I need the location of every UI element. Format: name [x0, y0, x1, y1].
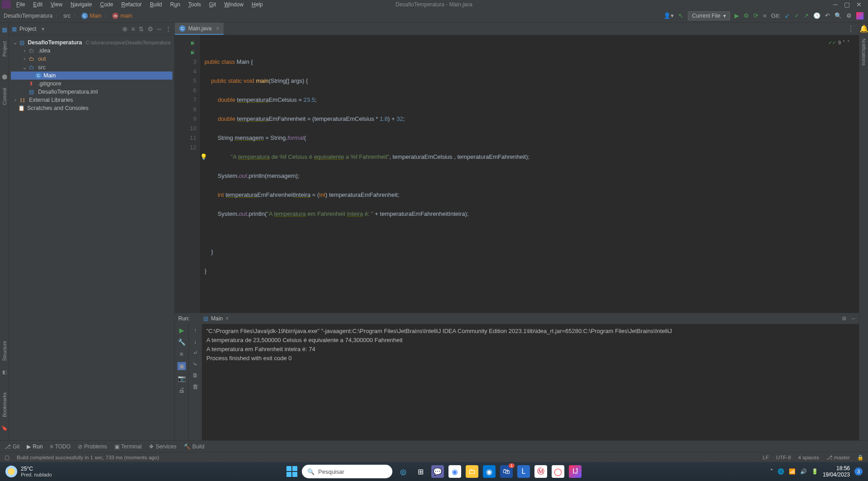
menu-navigate[interactable]: Navigate — [71, 1, 92, 8]
menu-tools[interactable]: Tools — [188, 1, 201, 8]
tray-chevron-icon[interactable]: ˄ — [770, 468, 773, 475]
collapse-all-icon[interactable]: ⇅ — [138, 25, 144, 33]
intention-bulb-icon[interactable]: 💡 — [200, 152, 207, 162]
close-icon[interactable]: × — [225, 315, 229, 322]
search-icon[interactable]: 🔍 — [835, 12, 842, 19]
editor-tab-main[interactable]: C Main.java × — [175, 23, 224, 35]
rerun-icon[interactable]: ▶ — [179, 327, 184, 334]
tree-out[interactable]: › 🗀 out — [11, 55, 172, 63]
tree-iml[interactable]: ▤ DesafioTemperatura.iml — [11, 88, 172, 96]
tool-icon[interactable]: 🔧 — [178, 338, 186, 346]
run-config-dropdown[interactable]: Current File ▾ — [688, 11, 730, 20]
tree-scratches[interactable]: 📋 Scratches and Consoles — [11, 104, 172, 112]
git-pull-icon[interactable]: ↙ — [785, 12, 790, 19]
taskbar-chat[interactable]: 💬 — [431, 465, 444, 478]
menu-help[interactable]: Help — [252, 1, 263, 8]
run-output[interactable]: "C:\Program Files\Java\jdk-19\bin\java.e… — [202, 324, 859, 440]
menu-run[interactable]: Run — [170, 1, 180, 8]
status-branch[interactable]: ⎇ master — [826, 454, 850, 461]
tree-gitignore[interactable]: ⬍ .gitignore — [11, 80, 172, 88]
structure-stripe-label[interactable]: Structure — [2, 341, 7, 361]
camera-icon[interactable]: 📷 — [178, 375, 186, 382]
stop-button[interactable]: ■ — [763, 12, 767, 19]
run-tab-main[interactable]: ▤ Main × — [203, 315, 229, 322]
menu-build[interactable]: Build — [150, 1, 162, 8]
menu-edit[interactable]: Edit — [33, 1, 43, 8]
softwrap-icon[interactable]: ⤷ — [193, 361, 198, 367]
crumb-src[interactable]: src — [63, 13, 71, 19]
taskbar-taskview[interactable]: ⊞ — [414, 465, 427, 478]
settings-icon[interactable]: ⚙ — [846, 12, 852, 19]
btab-todo[interactable]: ≡TODO — [50, 443, 70, 450]
commit-stripe-label[interactable]: Commit — [2, 88, 7, 105]
gear-icon[interactable]: ⚙ — [148, 25, 153, 33]
menu-code[interactable]: Code — [100, 1, 113, 8]
select-opened-icon[interactable]: ⊕ — [122, 25, 128, 33]
layout-icon[interactable]: ▣ — [177, 362, 186, 370]
debug-button[interactable]: ⚙ — [744, 12, 749, 19]
status-icon[interactable]: ▢ — [5, 454, 10, 461]
stop-icon[interactable]: ■ — [180, 350, 183, 357]
btab-terminal[interactable]: ▣Terminal — [114, 443, 142, 450]
tray-battery-icon[interactable]: 🔋 — [811, 468, 818, 475]
dock-icon[interactable]: ⋮ — [165, 25, 172, 33]
gutter-run-icon[interactable]: ▶ — [191, 38, 195, 48]
code-editor[interactable]: 1 ▶ 2 ▶ 3456789101112 ✓✓ 9 ˄ ˅ public cl… — [175, 35, 859, 313]
status-indent[interactable]: 4 spaces — [798, 455, 819, 460]
bookmarks-stripe-icon[interactable]: 🔖 — [1, 425, 8, 431]
tree-src[interactable]: ⌄ 🗀 src — [11, 63, 172, 71]
taskbar-intellij[interactable]: IJ — [569, 465, 582, 478]
notifications-stripe-label[interactable]: Notifications — [861, 38, 867, 66]
project-stripe-label[interactable]: Project — [2, 41, 7, 57]
status-lf[interactable]: LF — [763, 455, 769, 460]
project-stripe-icon[interactable]: ▦ — [2, 26, 7, 33]
maximize-icon[interactable]: ▢ — [844, 1, 850, 8]
git-commit-icon[interactable]: ✓ — [794, 12, 799, 19]
structure-stripe-icon[interactable]: ◧ — [2, 369, 7, 375]
lock-icon[interactable]: 🔒 — [857, 454, 863, 461]
taskbar-mcafee[interactable]: Ⓜ — [534, 465, 547, 478]
tree-main[interactable]: C Main — [11, 71, 172, 80]
run-button[interactable]: ▶ — [734, 12, 739, 19]
back-icon[interactable]: ↖ — [678, 12, 683, 19]
commit-stripe-icon[interactable]: ⬤ — [2, 74, 7, 80]
tray-volume-icon[interactable]: 🔊 — [800, 468, 807, 475]
tree-root[interactable]: ⌄ ▤ DesafioTemperatura C:\aluracursojava… — [11, 38, 172, 47]
intellij-icon[interactable] — [856, 12, 863, 19]
taskbar-weather[interactable]: 25°C Pred. nublado — [0, 466, 52, 477]
taskbar-edge[interactable]: ◉ — [483, 465, 496, 478]
taskbar-search[interactable]: 🔍 Pesquisar — [302, 465, 392, 478]
tray-clock[interactable]: 18:56 19/04/2023 — [823, 465, 850, 478]
menu-window[interactable]: Window — [224, 1, 243, 8]
btab-run[interactable]: ▶Run — [27, 443, 43, 450]
clear-icon[interactable]: 🗎 — [192, 372, 198, 379]
user-icon[interactable]: 👤▾ — [663, 12, 674, 19]
taskbar-opera[interactable]: ◯ — [552, 465, 564, 478]
taskbar-store[interactable]: 🛍1 — [500, 465, 513, 478]
menu-git[interactable]: Git — [209, 1, 216, 8]
btab-git[interactable]: ⎇Git — [5, 443, 19, 450]
taskbar-app-l[interactable]: L — [517, 465, 530, 478]
tray-wifi-icon[interactable]: 📶 — [789, 468, 796, 475]
scroll-down-icon[interactable]: ↓ — [194, 338, 197, 345]
git-push-icon[interactable]: ↗ — [804, 12, 809, 19]
btab-services[interactable]: ❖Services — [149, 443, 176, 450]
tree-idea[interactable]: › 🗀 .idea — [11, 47, 172, 55]
printer-icon[interactable]: 🖨 — [178, 386, 185, 394]
revert-icon[interactable]: ↶ — [825, 12, 830, 19]
expand-all-icon[interactable]: ≡ — [131, 25, 135, 33]
taskbar-copilot[interactable]: ◎ — [397, 465, 410, 478]
menu-file[interactable]: File — [16, 1, 25, 8]
scroll-up-icon[interactable]: ↑ — [194, 327, 197, 333]
taskbar-chrome[interactable]: ◉ — [448, 465, 461, 478]
tabs-more-icon[interactable]: ⋮ — [847, 24, 859, 33]
start-button[interactable] — [286, 466, 297, 477]
run-hide-icon[interactable]: ─ — [851, 315, 855, 322]
chevron-up-icon[interactable]: ˄ — [843, 38, 845, 48]
minimize-icon[interactable]: ─ — [833, 1, 838, 8]
chevron-down-icon[interactable]: ˅ — [847, 38, 850, 48]
menu-view[interactable]: View — [51, 1, 62, 8]
btab-build[interactable]: 🔨Build — [184, 443, 205, 450]
crumb-class[interactable]: Main — [90, 13, 101, 19]
crumb-method[interactable]: main — [120, 13, 132, 19]
